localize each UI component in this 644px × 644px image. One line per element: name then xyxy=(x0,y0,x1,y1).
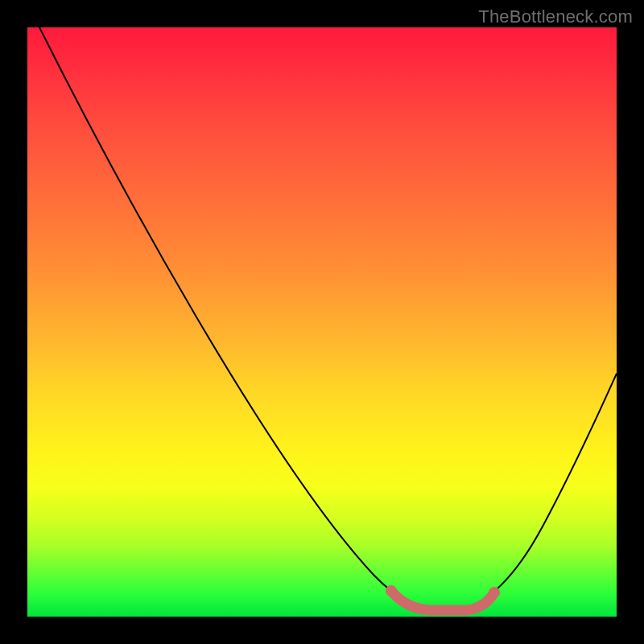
optimal-range-marker xyxy=(391,591,494,610)
plot-area xyxy=(27,27,617,617)
optimal-range-start xyxy=(386,585,397,597)
plot-svg xyxy=(27,27,617,617)
attribution-text: TheBottleneck.com xyxy=(478,6,633,27)
optimal-range-end xyxy=(489,587,500,598)
chart-frame: TheBottleneck.com xyxy=(0,0,644,644)
bottleneck-curve xyxy=(39,27,617,611)
